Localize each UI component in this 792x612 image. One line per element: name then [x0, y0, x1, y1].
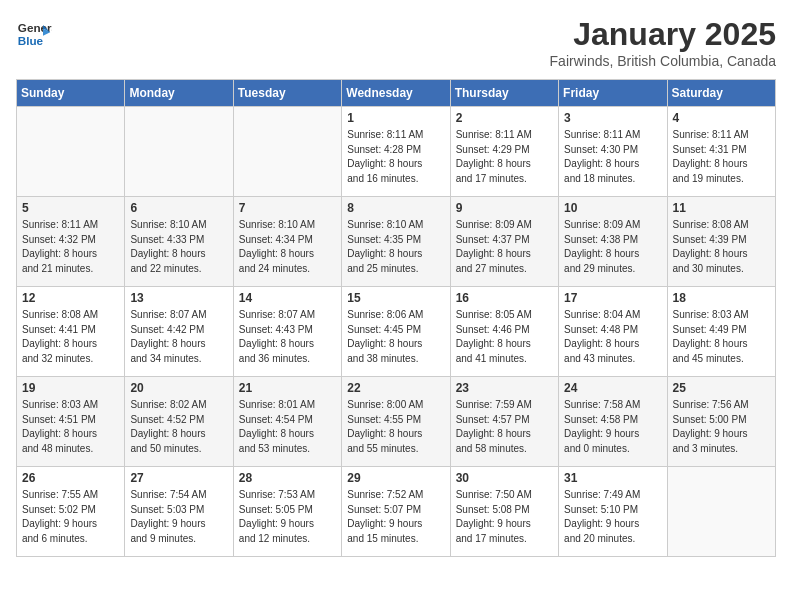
calendar-cell: 7Sunrise: 8:10 AM Sunset: 4:34 PM Daylig…	[233, 197, 341, 287]
calendar-cell: 26Sunrise: 7:55 AM Sunset: 5:02 PM Dayli…	[17, 467, 125, 557]
day-number: 16	[456, 291, 553, 305]
day-info: Sunrise: 8:10 AM Sunset: 4:33 PM Dayligh…	[130, 218, 227, 276]
calendar-cell: 16Sunrise: 8:05 AM Sunset: 4:46 PM Dayli…	[450, 287, 558, 377]
svg-text:Blue: Blue	[18, 34, 44, 47]
day-info: Sunrise: 7:58 AM Sunset: 4:58 PM Dayligh…	[564, 398, 661, 456]
day-info: Sunrise: 7:59 AM Sunset: 4:57 PM Dayligh…	[456, 398, 553, 456]
day-info: Sunrise: 7:53 AM Sunset: 5:05 PM Dayligh…	[239, 488, 336, 546]
day-number: 12	[22, 291, 119, 305]
calendar-cell	[233, 107, 341, 197]
day-number: 30	[456, 471, 553, 485]
calendar-cell	[125, 107, 233, 197]
calendar-cell: 3Sunrise: 8:11 AM Sunset: 4:30 PM Daylig…	[559, 107, 667, 197]
day-info: Sunrise: 7:56 AM Sunset: 5:00 PM Dayligh…	[673, 398, 770, 456]
col-header-monday: Monday	[125, 80, 233, 107]
calendar-cell: 27Sunrise: 7:54 AM Sunset: 5:03 PM Dayli…	[125, 467, 233, 557]
day-number: 26	[22, 471, 119, 485]
calendar-cell: 8Sunrise: 8:10 AM Sunset: 4:35 PM Daylig…	[342, 197, 450, 287]
calendar-cell: 30Sunrise: 7:50 AM Sunset: 5:08 PM Dayli…	[450, 467, 558, 557]
calendar-cell: 11Sunrise: 8:08 AM Sunset: 4:39 PM Dayli…	[667, 197, 775, 287]
calendar-header: SundayMondayTuesdayWednesdayThursdayFrid…	[17, 80, 776, 107]
logo-icon: General Blue	[16, 16, 52, 52]
col-header-tuesday: Tuesday	[233, 80, 341, 107]
title-block: January 2025 Fairwinds, British Columbia…	[550, 16, 776, 69]
day-info: Sunrise: 8:08 AM Sunset: 4:39 PM Dayligh…	[673, 218, 770, 276]
day-info: Sunrise: 7:54 AM Sunset: 5:03 PM Dayligh…	[130, 488, 227, 546]
calendar-cell: 20Sunrise: 8:02 AM Sunset: 4:52 PM Dayli…	[125, 377, 233, 467]
day-info: Sunrise: 8:06 AM Sunset: 4:45 PM Dayligh…	[347, 308, 444, 366]
calendar-cell: 2Sunrise: 8:11 AM Sunset: 4:29 PM Daylig…	[450, 107, 558, 197]
calendar-cell: 24Sunrise: 7:58 AM Sunset: 4:58 PM Dayli…	[559, 377, 667, 467]
calendar-cell: 23Sunrise: 7:59 AM Sunset: 4:57 PM Dayli…	[450, 377, 558, 467]
day-info: Sunrise: 8:04 AM Sunset: 4:48 PM Dayligh…	[564, 308, 661, 366]
calendar-cell: 25Sunrise: 7:56 AM Sunset: 5:00 PM Dayli…	[667, 377, 775, 467]
col-header-saturday: Saturday	[667, 80, 775, 107]
calendar-cell: 4Sunrise: 8:11 AM Sunset: 4:31 PM Daylig…	[667, 107, 775, 197]
week-row-1: 1Sunrise: 8:11 AM Sunset: 4:28 PM Daylig…	[17, 107, 776, 197]
day-info: Sunrise: 8:01 AM Sunset: 4:54 PM Dayligh…	[239, 398, 336, 456]
calendar-cell: 19Sunrise: 8:03 AM Sunset: 4:51 PM Dayli…	[17, 377, 125, 467]
day-number: 3	[564, 111, 661, 125]
calendar-cell: 21Sunrise: 8:01 AM Sunset: 4:54 PM Dayli…	[233, 377, 341, 467]
logo: General Blue	[16, 16, 52, 52]
day-info: Sunrise: 8:11 AM Sunset: 4:30 PM Dayligh…	[564, 128, 661, 186]
week-row-3: 12Sunrise: 8:08 AM Sunset: 4:41 PM Dayli…	[17, 287, 776, 377]
day-number: 5	[22, 201, 119, 215]
col-header-friday: Friday	[559, 80, 667, 107]
day-number: 13	[130, 291, 227, 305]
day-info: Sunrise: 8:10 AM Sunset: 4:35 PM Dayligh…	[347, 218, 444, 276]
month-title: January 2025	[550, 16, 776, 53]
day-number: 6	[130, 201, 227, 215]
day-info: Sunrise: 7:50 AM Sunset: 5:08 PM Dayligh…	[456, 488, 553, 546]
day-info: Sunrise: 7:52 AM Sunset: 5:07 PM Dayligh…	[347, 488, 444, 546]
day-number: 17	[564, 291, 661, 305]
day-info: Sunrise: 7:55 AM Sunset: 5:02 PM Dayligh…	[22, 488, 119, 546]
day-info: Sunrise: 8:05 AM Sunset: 4:46 PM Dayligh…	[456, 308, 553, 366]
day-number: 2	[456, 111, 553, 125]
day-number: 11	[673, 201, 770, 215]
calendar-table: SundayMondayTuesdayWednesdayThursdayFrid…	[16, 79, 776, 557]
day-number: 19	[22, 381, 119, 395]
calendar-cell: 22Sunrise: 8:00 AM Sunset: 4:55 PM Dayli…	[342, 377, 450, 467]
day-info: Sunrise: 8:03 AM Sunset: 4:51 PM Dayligh…	[22, 398, 119, 456]
calendar-cell: 13Sunrise: 8:07 AM Sunset: 4:42 PM Dayli…	[125, 287, 233, 377]
calendar-cell: 9Sunrise: 8:09 AM Sunset: 4:37 PM Daylig…	[450, 197, 558, 287]
day-number: 9	[456, 201, 553, 215]
calendar-cell: 14Sunrise: 8:07 AM Sunset: 4:43 PM Dayli…	[233, 287, 341, 377]
calendar-cell: 12Sunrise: 8:08 AM Sunset: 4:41 PM Dayli…	[17, 287, 125, 377]
day-info: Sunrise: 8:11 AM Sunset: 4:28 PM Dayligh…	[347, 128, 444, 186]
week-row-4: 19Sunrise: 8:03 AM Sunset: 4:51 PM Dayli…	[17, 377, 776, 467]
day-info: Sunrise: 8:09 AM Sunset: 4:38 PM Dayligh…	[564, 218, 661, 276]
day-info: Sunrise: 8:07 AM Sunset: 4:43 PM Dayligh…	[239, 308, 336, 366]
day-number: 23	[456, 381, 553, 395]
day-number: 29	[347, 471, 444, 485]
day-info: Sunrise: 8:09 AM Sunset: 4:37 PM Dayligh…	[456, 218, 553, 276]
calendar-cell: 29Sunrise: 7:52 AM Sunset: 5:07 PM Dayli…	[342, 467, 450, 557]
day-number: 22	[347, 381, 444, 395]
day-number: 14	[239, 291, 336, 305]
day-number: 7	[239, 201, 336, 215]
calendar-cell: 1Sunrise: 8:11 AM Sunset: 4:28 PM Daylig…	[342, 107, 450, 197]
day-info: Sunrise: 8:11 AM Sunset: 4:32 PM Dayligh…	[22, 218, 119, 276]
day-number: 25	[673, 381, 770, 395]
day-number: 24	[564, 381, 661, 395]
calendar-cell: 6Sunrise: 8:10 AM Sunset: 4:33 PM Daylig…	[125, 197, 233, 287]
calendar-cell: 28Sunrise: 7:53 AM Sunset: 5:05 PM Dayli…	[233, 467, 341, 557]
calendar-cell: 15Sunrise: 8:06 AM Sunset: 4:45 PM Dayli…	[342, 287, 450, 377]
page-header: General Blue January 2025 Fairwinds, Bri…	[16, 16, 776, 69]
calendar-cell: 31Sunrise: 7:49 AM Sunset: 5:10 PM Dayli…	[559, 467, 667, 557]
day-number: 8	[347, 201, 444, 215]
day-info: Sunrise: 8:11 AM Sunset: 4:31 PM Dayligh…	[673, 128, 770, 186]
calendar-cell: 10Sunrise: 8:09 AM Sunset: 4:38 PM Dayli…	[559, 197, 667, 287]
calendar-cell	[667, 467, 775, 557]
day-info: Sunrise: 8:02 AM Sunset: 4:52 PM Dayligh…	[130, 398, 227, 456]
day-info: Sunrise: 7:49 AM Sunset: 5:10 PM Dayligh…	[564, 488, 661, 546]
day-number: 15	[347, 291, 444, 305]
day-info: Sunrise: 8:08 AM Sunset: 4:41 PM Dayligh…	[22, 308, 119, 366]
day-number: 28	[239, 471, 336, 485]
col-header-sunday: Sunday	[17, 80, 125, 107]
day-number: 18	[673, 291, 770, 305]
day-info: Sunrise: 8:03 AM Sunset: 4:49 PM Dayligh…	[673, 308, 770, 366]
day-info: Sunrise: 8:11 AM Sunset: 4:29 PM Dayligh…	[456, 128, 553, 186]
calendar-body: 1Sunrise: 8:11 AM Sunset: 4:28 PM Daylig…	[17, 107, 776, 557]
